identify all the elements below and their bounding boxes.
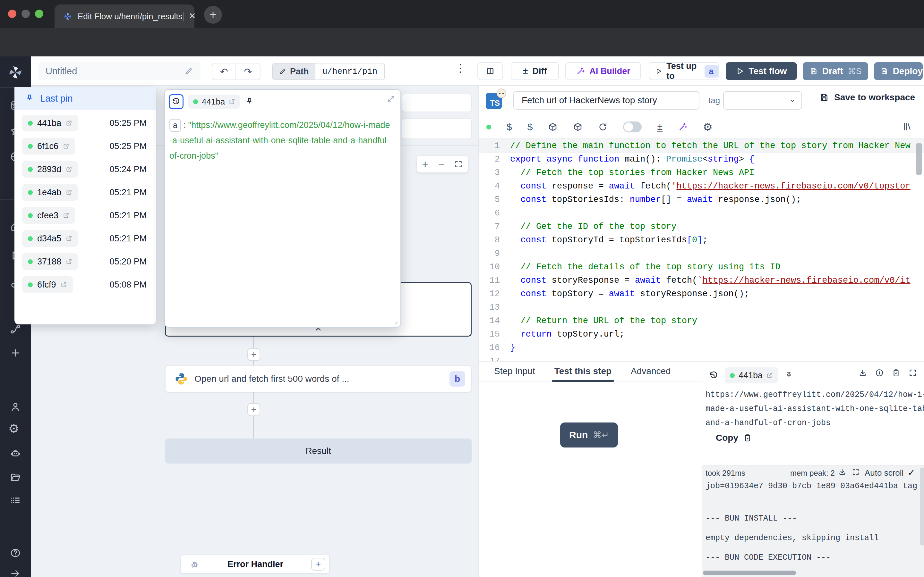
new-tab-button[interactable]: +: [204, 6, 222, 24]
sidebar-gear-icon[interactable]: ⚙: [8, 422, 19, 435]
sidebar-help-icon[interactable]: [10, 548, 21, 558]
pin-row[interactable]: 2893d 05:24 PM: [15, 158, 156, 181]
sidebar-list-icon[interactable]: [10, 495, 21, 506]
canvas-top-field[interactable]: [402, 118, 472, 139]
pin-chip[interactable]: 6f1c6: [22, 138, 75, 155]
pin-icon[interactable]: [784, 371, 793, 380]
pin-chip[interactable]: 1e4ab: [22, 184, 78, 201]
library-panel-icon[interactable]: [903, 122, 913, 131]
result-node[interactable]: Result: [165, 438, 472, 464]
pin-row[interactable]: 1e4ab 05:21 PM: [15, 181, 156, 204]
external-link-icon[interactable]: [63, 212, 69, 219]
tab-test-this-step[interactable]: Test this step: [552, 361, 614, 381]
pin-row[interactable]: 6f1c6 05:25 PM: [15, 135, 156, 158]
pin-chip[interactable]: d34a5: [22, 230, 78, 247]
zoom-window-button[interactable]: [35, 10, 43, 18]
logs-hscrollbar-thumb[interactable]: [703, 571, 796, 575]
auto-scroll-check-icon[interactable]: ✓: [908, 467, 915, 478]
external-link-icon[interactable]: [63, 143, 69, 149]
minimize-window-button[interactable]: [21, 10, 30, 18]
pin-row[interactable]: 6fcf9 05:08 PM: [15, 273, 156, 296]
external-link-icon[interactable]: [66, 235, 72, 242]
tab-step-input[interactable]: Step Input: [491, 361, 538, 381]
redo-icon[interactable]: ↷: [236, 63, 260, 79]
pin-chip[interactable]: 2893d: [22, 161, 78, 177]
copy-button[interactable]: Copy: [716, 433, 752, 443]
ai-builder-button[interactable]: AI Builder: [565, 62, 641, 80]
gear-icon[interactable]: ⚙: [703, 121, 712, 132]
cache-dollar-icon[interactable]: $: [507, 121, 512, 132]
sidebar-folder-icon[interactable]: [10, 472, 21, 483]
deploy-button[interactable]: Deploy: [874, 62, 923, 80]
toolbar-kebab-icon[interactable]: ⋮: [455, 61, 466, 74]
info-icon[interactable]: [875, 369, 884, 377]
browser-tab[interactable]: Edit Flow u/henri/pin_results | ✕: [55, 5, 194, 28]
pin-row[interactable]: 441ba 05:25 PM: [15, 111, 156, 135]
magic-wand-icon[interactable]: [678, 122, 688, 132]
pin-row[interactable]: 37188 05:20 PM: [15, 250, 156, 273]
pin-chip[interactable]: cfee3: [22, 207, 75, 224]
close-tab-icon[interactable]: ✕: [189, 11, 196, 21]
logs-vscrollbar[interactable]: [920, 467, 924, 546]
python-step-node[interactable]: Open url and fetch first 500 words of ..…: [165, 366, 472, 392]
resize-handle-icon[interactable]: [391, 318, 399, 325]
pencil-icon[interactable]: [184, 67, 193, 75]
add-step-button[interactable]: +: [247, 348, 260, 361]
code-lines[interactable]: // Define the main function to fetch the…: [510, 139, 924, 355]
diff-icon[interactable]: ±: [657, 122, 662, 132]
path-group[interactable]: Path u/henri/pin: [272, 63, 385, 80]
canvas-top-field[interactable]: [402, 93, 472, 112]
pin-icon[interactable]: [245, 97, 254, 106]
pin-chip[interactable]: 37188: [22, 253, 78, 270]
tab-advanced[interactable]: Advanced: [628, 361, 674, 381]
flow-name-field[interactable]: Untitled: [38, 62, 200, 80]
sidebar-robot-icon[interactable]: [10, 448, 21, 459]
step-summary-input[interactable]: Fetch url of HackerNews top story: [513, 91, 699, 110]
pin-chip[interactable]: 441ba: [188, 95, 240, 109]
pin-chip[interactable]: 6fcf9: [22, 276, 73, 293]
pin-row[interactable]: d34a5 05:21 PM: [15, 227, 156, 250]
zoom-in-icon[interactable]: +: [422, 158, 428, 170]
maximize-icon[interactable]: [909, 369, 917, 377]
history-button[interactable]: [169, 94, 184, 109]
clipboard-icon[interactable]: [892, 369, 900, 377]
download-icon[interactable]: [859, 369, 867, 377]
error-handler-node[interactable]: Error Handler +: [180, 554, 330, 574]
json-key-badge[interactable]: a: [170, 119, 181, 132]
sidebar-route-icon[interactable]: [10, 324, 21, 335]
save-to-workspace-button[interactable]: Save to workspace: [819, 92, 915, 103]
sidebar-collapse-arrow-icon[interactable]: [10, 568, 21, 577]
sidebar-plus-icon[interactable]: [10, 348, 21, 358]
logs-pane[interactable]: took 291ms mem peak: 2 Auto scroll ✓ job…: [702, 466, 924, 577]
download-icon[interactable]: [838, 468, 846, 476]
draft-button[interactable]: Draft ⌘S: [803, 62, 868, 80]
test-up-to-button[interactable]: Test up to a: [649, 62, 719, 80]
tag-select[interactable]: [723, 91, 802, 110]
pin-chip[interactable]: 441ba: [725, 367, 778, 384]
external-link-icon[interactable]: [66, 189, 72, 195]
external-link-icon[interactable]: [66, 166, 72, 172]
pin-chip[interactable]: 441ba: [22, 115, 78, 131]
external-link-icon[interactable]: [66, 120, 72, 126]
external-link-icon[interactable]: [61, 282, 67, 288]
external-link-icon[interactable]: [66, 258, 72, 265]
sidebar-user-icon[interactable]: [10, 401, 21, 412]
maximize-icon[interactable]: [852, 468, 859, 476]
package-icon[interactable]: [573, 122, 583, 132]
code-editor[interactable]: 1234567891011121314151617 // Define the …: [479, 139, 924, 362]
fit-view-icon[interactable]: [454, 160, 463, 168]
docs-book-button[interactable]: [477, 62, 503, 80]
close-window-button[interactable]: [8, 10, 16, 18]
zoom-out-icon[interactable]: −: [438, 158, 444, 170]
dollar-icon[interactable]: $: [527, 121, 533, 132]
external-link-icon[interactable]: [229, 98, 235, 105]
diff-button[interactable]: ± Diff: [511, 62, 559, 80]
add-error-handler-button[interactable]: +: [311, 558, 325, 571]
history-icon[interactable]: [709, 371, 718, 380]
add-step-button[interactable]: +: [247, 403, 260, 416]
run-button[interactable]: Run ⌘↵: [560, 422, 618, 448]
undo-icon[interactable]: ↶: [212, 63, 236, 79]
editor-scrollbar-thumb[interactable]: [916, 143, 922, 175]
test-flow-button[interactable]: Test flow: [726, 62, 797, 80]
windmill-logo[interactable]: [7, 64, 24, 81]
